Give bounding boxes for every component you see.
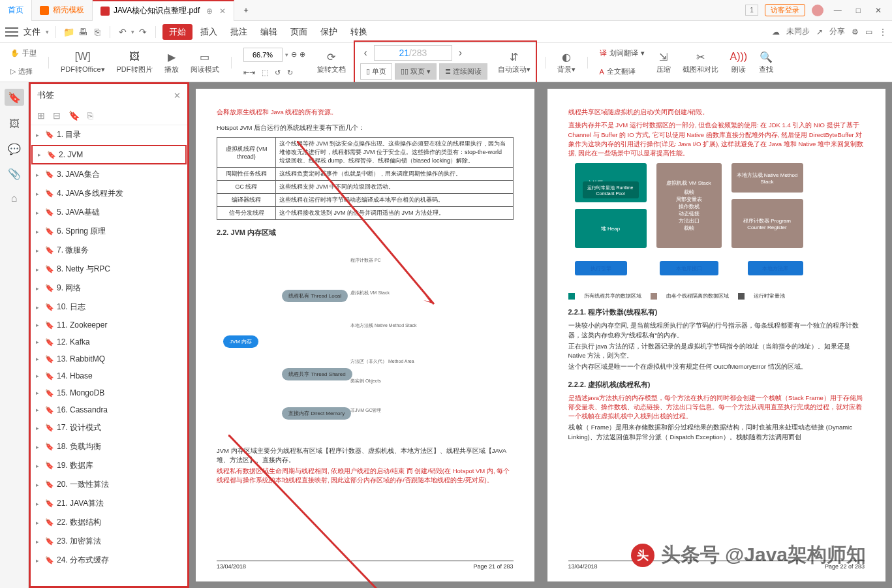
tab-doc[interactable]: JAVA核心知识点整理.pdf⊕✕ [93, 0, 234, 21]
double-page-button[interactable]: ▯▯ 双页▾ [395, 63, 437, 80]
settings-icon[interactable]: ⚙ [852, 27, 859, 37]
tab-dk[interactable]: 稻壳模板 [32, 0, 93, 21]
bm-tool-3[interactable]: 🔖 [69, 110, 80, 121]
close-panel-icon[interactable]: ✕ [174, 91, 181, 101]
left-rail: 🔖 🖼 💬 📎 ⌂ [0, 82, 29, 588]
bookmark-item[interactable]: ▸🔖23. 加密算法 [31, 532, 187, 551]
select-tool[interactable]: ▷ 选择 [10, 67, 37, 76]
badge-icon[interactable]: 1 [745, 5, 758, 16]
menu-annotate[interactable]: 批注 [225, 25, 253, 39]
next-page-icon[interactable]: › [455, 47, 466, 59]
page-22: 线程共享区域随虚拟机的启动/关闭而创建/销毁。 直接内存并不是 JVM 运行时数… [547, 89, 886, 581]
fit-page-icon[interactable]: ⬚ [262, 69, 268, 77]
guest-login-button[interactable]: 访客登录 [765, 4, 805, 16]
word-trans-button[interactable]: 译 划词翻译▾ [600, 48, 645, 58]
bookmark-item[interactable]: ▸🔖8. Netty 与RPC [31, 260, 187, 279]
image-rail-icon[interactable]: 🖼 [8, 117, 21, 131]
bookmark-item[interactable]: ▸🔖7. 微服务 [31, 241, 187, 260]
menu-convert[interactable]: 转换 [345, 25, 373, 39]
bookmark-item[interactable]: ▸🔖17. 设计模式 [31, 418, 187, 437]
pin-icon[interactable]: ⊕ [206, 7, 213, 16]
attach-rail-icon[interactable]: 📎 [8, 167, 21, 180]
bookmark-item[interactable]: ▸🔖22. 数据结构 [31, 513, 187, 532]
bookmark-item[interactable]: ▸🔖13. RabbitMQ [31, 350, 187, 367]
bookmark-item[interactable]: ▸🔖16. Cassandra [31, 401, 187, 418]
menu-protect[interactable]: 保护 [315, 25, 343, 39]
zoom-out-icon[interactable]: ⊖ [291, 50, 297, 59]
bookmark-item[interactable]: ▸🔖14. Hbase [31, 367, 187, 384]
bookmark-item[interactable]: ▸🔖19. 数据库 [31, 456, 187, 475]
redo-icon[interactable]: ↷ [137, 26, 149, 38]
prev-page-icon[interactable]: ‹ [360, 47, 371, 59]
bookmark-item[interactable]: ▸🔖10. 日志 [31, 298, 187, 317]
avatar[interactable] [812, 5, 823, 16]
new-tab[interactable]: ＋ [234, 0, 258, 21]
bookmark-item[interactable]: ▸🔖1. 目录 [31, 125, 187, 144]
max-icon[interactable]: □ [852, 5, 865, 16]
bookmark-item[interactable]: ▸🔖18. 负载均衡 [31, 437, 187, 456]
bg-button[interactable]: ◐背景▾ [553, 49, 579, 76]
tab-home[interactable]: 首页 [0, 0, 32, 21]
comment-rail-icon[interactable]: 💬 [8, 142, 21, 155]
rotate-left-icon[interactable]: ↺ [275, 69, 281, 77]
bm-tool-4[interactable]: ⎘ [87, 110, 93, 121]
read-button[interactable]: A)))朗读 [726, 49, 752, 76]
bookmark-item[interactable]: ▸🔖24. 分布式缓存 [31, 551, 187, 570]
autoscroll-button[interactable]: ⇵自动滚动▾ [494, 49, 534, 76]
play-button[interactable]: ▶播放 [161, 49, 183, 76]
more-icon[interactable]: ⋮ [879, 27, 887, 37]
screenshot-button[interactable]: ✂截图和对比 [679, 49, 722, 76]
bm-tool-2[interactable]: ⊟ [53, 110, 61, 121]
sync-status[interactable]: 未同步 [786, 26, 810, 37]
menu-page[interactable]: 页面 [285, 25, 313, 39]
file-menu[interactable]: 文件 [23, 26, 40, 38]
fit-width-icon[interactable]: ⇤⇥ [243, 69, 255, 77]
help-icon[interactable]: ▭ [865, 27, 872, 37]
close-tab-icon[interactable]: ✕ [219, 7, 226, 16]
continuous-button[interactable]: ≣ 连续阅读 [439, 63, 487, 80]
cloud-icon[interactable]: ☁ [772, 27, 780, 37]
bookmark-item[interactable]: ▸🔖20. 一致性算法 [31, 475, 187, 494]
bookmark-item[interactable]: ▸🔖11. Zookeeper [31, 317, 187, 333]
export-icon[interactable]: ⎘ [91, 26, 103, 38]
bookmark-panel: 书签✕ ⊞ ⊟ 🔖 ⎘ ▸🔖1. 目录▸🔖2. JVM▸🔖3. JAVA集合▸🔖… [29, 82, 189, 588]
hand-tool[interactable]: ✋ 手型 [10, 48, 37, 58]
bookmark-title: 书签 [37, 89, 54, 101]
bookmark-rail-icon[interactable]: 🔖 [5, 89, 24, 106]
bookmark-item[interactable]: ▸🔖4. JAVA多线程并发 [31, 184, 187, 203]
rotate-right-icon[interactable]: ↻ [287, 69, 293, 77]
bm-tool-1[interactable]: ⊞ [37, 110, 45, 121]
readmode-button[interactable]: ▭阅读模式 [187, 49, 223, 76]
menu-edit[interactable]: 编辑 [255, 25, 283, 39]
pdf2img-button[interactable]: 🖼PDF转图片 [113, 49, 157, 76]
bookmark-item[interactable]: ▸🔖9. 网络 [31, 279, 187, 298]
page-input[interactable]: 21/283 [374, 45, 452, 61]
compress-button[interactable]: ⇲压缩 [653, 49, 675, 76]
menu-start[interactable]: 开始 [162, 24, 192, 40]
share-button[interactable]: 分享 [829, 26, 845, 37]
rotate-doc-button[interactable]: ⟳旋转文档 [313, 49, 350, 76]
bookmark-item[interactable]: ▸🔖3. JAVA集合 [31, 165, 187, 184]
bookmark-item[interactable]: ▸🔖21. JAVA算法 [31, 494, 187, 513]
page-viewport[interactable]: 🌐 会释放原生线程和 Java 线程的所有资源。 Hotspot JVM 后台运… [189, 82, 892, 588]
menu-insert[interactable]: 插入 [195, 25, 223, 39]
close-icon[interactable]: ✕ [871, 5, 885, 16]
share-icon[interactable]: ↗ [816, 27, 823, 37]
print-icon[interactable]: 🖶 [77, 26, 89, 38]
pdf2office-button[interactable]: [W]PDF转Office▾ [57, 49, 109, 76]
bookmark-item[interactable]: ▸🔖6. Spring 原理 [31, 222, 187, 241]
zoom-input[interactable] [243, 48, 283, 62]
zoom-in-icon[interactable]: ⊕ [300, 50, 305, 59]
bookmark-item[interactable]: ▸🔖15. MongoDB [31, 384, 187, 401]
home-rail-icon[interactable]: ⌂ [8, 192, 21, 205]
min-icon[interactable]: — [830, 5, 846, 16]
find-button[interactable]: 🔍查找 [755, 49, 777, 76]
bookmark-item[interactable]: ▸🔖5. JAVA基础 [31, 203, 187, 222]
single-page-button[interactable]: ▯ 单页 [360, 63, 392, 80]
full-trans-button[interactable]: A 全文翻译 [600, 67, 645, 76]
bookmark-item[interactable]: ▸🔖2. JVM [31, 145, 187, 164]
open-icon[interactable]: 📁 [63, 26, 74, 38]
undo-icon[interactable]: ↶ [117, 26, 129, 38]
bookmark-item[interactable]: ▸🔖12. Kafka [31, 333, 187, 350]
hamburger-icon[interactable] [5, 27, 18, 37]
